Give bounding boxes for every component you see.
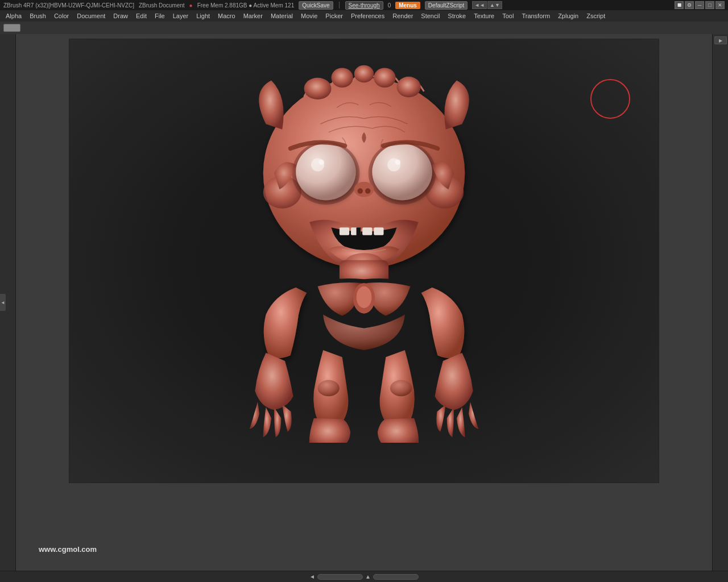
horizontal-scrollbar[interactable] xyxy=(317,574,363,580)
menu-brush[interactable]: Brush xyxy=(26,11,49,20)
menu-document[interactable]: Document xyxy=(73,11,109,20)
svg-rect-19 xyxy=(340,227,349,235)
default-zscript-button[interactable]: DefaultZScript xyxy=(425,1,468,10)
scroll-up-arrow[interactable]: ▲ xyxy=(365,573,371,580)
color-swatch[interactable] xyxy=(3,24,20,32)
seethrough-value: 0 xyxy=(388,2,391,9)
svg-point-3 xyxy=(354,65,374,83)
menu-zscript[interactable]: Zscript xyxy=(583,11,609,20)
menu-draw[interactable]: Draw xyxy=(110,11,131,20)
separator xyxy=(339,2,340,9)
light-indicator-circle[interactable] xyxy=(590,79,630,119)
menu-texture[interactable]: Texture xyxy=(470,11,498,20)
menu-movie[interactable]: Movie xyxy=(297,11,321,20)
menu-material[interactable]: Material xyxy=(267,11,296,20)
right-sidebar-btn-1[interactable]: ▶ xyxy=(714,36,727,44)
watermark: www.cgmol.com xyxy=(39,545,97,554)
menus-button[interactable]: Menus xyxy=(395,2,420,9)
left-sidebar-collapse[interactable]: ◄ xyxy=(0,294,6,311)
memory-info: Free Mem 2.881GB ● Active Mem 121 xyxy=(197,2,295,9)
vertical-scrollbar[interactable] xyxy=(373,574,419,580)
svg-point-16 xyxy=(354,182,374,197)
menu-bar: Alpha Brush Color Document Draw Edit Fil… xyxy=(0,10,728,22)
right-sidebar: ▶ xyxy=(712,34,728,571)
svg-point-9 xyxy=(296,144,355,201)
svg-point-4 xyxy=(374,68,395,88)
svg-rect-23 xyxy=(357,227,361,236)
svg-point-2 xyxy=(332,68,353,88)
left-sidebar: ◄ xyxy=(0,34,16,571)
nav-right-right-button[interactable]: ▲▼ xyxy=(487,1,502,9)
svg-point-1 xyxy=(304,78,332,99)
nav-arrows: ◄◄ ▲▼ xyxy=(472,1,502,9)
character-sculpture xyxy=(233,45,495,443)
menu-macro[interactable]: Macro xyxy=(214,11,239,20)
svg-point-13 xyxy=(372,144,432,201)
window-controls: 🔲 ⚙ ─ □ ✕ xyxy=(675,1,725,9)
dot-indicator: ● xyxy=(189,2,193,9)
svg-point-29 xyxy=(390,380,412,397)
svg-point-5 xyxy=(397,77,421,97)
menu-picker[interactable]: Picker xyxy=(322,11,346,20)
menu-edit[interactable]: Edit xyxy=(133,11,150,20)
app-title: ZBrush 4R7 (x32)[HBVM-U2WF-QJMI-CEHI-NVZ… xyxy=(3,2,134,9)
quicksave-button[interactable]: QuickSave xyxy=(299,1,333,10)
menu-zplugin[interactable]: Zplugin xyxy=(555,11,582,20)
zbrush-viewport[interactable] xyxy=(69,39,659,483)
menu-preferences[interactable]: Preferences xyxy=(348,11,388,20)
svg-point-28 xyxy=(318,380,340,397)
svg-rect-22 xyxy=(374,227,383,235)
seethrough-button[interactable]: See-through xyxy=(345,1,383,10)
main-area: ◄ xyxy=(0,34,728,571)
minimize-button[interactable]: ─ xyxy=(695,1,704,9)
svg-point-18 xyxy=(365,188,371,194)
menu-layer[interactable]: Layer xyxy=(169,11,192,20)
svg-point-27 xyxy=(357,286,372,308)
svg-rect-21 xyxy=(362,227,372,235)
screenshot-button[interactable]: 🔲 xyxy=(675,1,684,9)
nav-left-left-button[interactable]: ◄◄ xyxy=(472,1,487,9)
menu-render[interactable]: Render xyxy=(389,11,416,20)
menu-color[interactable]: Color xyxy=(51,11,72,20)
toolbar xyxy=(0,22,728,34)
svg-point-17 xyxy=(358,188,363,194)
menu-tool[interactable]: Tool xyxy=(499,11,517,20)
title-bar: ZBrush 4R7 (x32)[HBVM-U2WF-QJMI-CEHI-NVZ… xyxy=(0,0,728,10)
menu-alpha[interactable]: Alpha xyxy=(2,11,25,20)
menu-stencil[interactable]: Stencil xyxy=(417,11,443,20)
maximize-button[interactable]: □ xyxy=(705,1,714,9)
menu-marker[interactable]: Marker xyxy=(240,11,266,20)
svg-point-15 xyxy=(395,159,401,165)
doc-title: ZBrush Document xyxy=(139,2,185,9)
scroll-left-arrow[interactable]: ◄ xyxy=(309,573,315,580)
menu-file[interactable]: File xyxy=(151,11,168,20)
menu-light[interactable]: Light xyxy=(193,11,213,20)
svg-point-11 xyxy=(318,159,324,165)
menu-transform[interactable]: Transform xyxy=(518,11,553,20)
bottom-bar: ◄ ▲ xyxy=(0,571,728,582)
canvas-area[interactable]: www.cgmol.com xyxy=(16,34,712,571)
menu-stroke[interactable]: Stroke xyxy=(444,11,469,20)
close-button[interactable]: ✕ xyxy=(715,1,725,9)
settings-button[interactable]: ⚙ xyxy=(685,1,694,9)
